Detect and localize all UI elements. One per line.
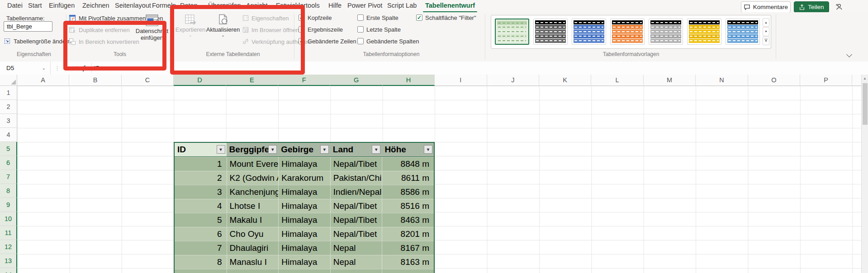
table-cell[interactable]: Himalaya (278, 255, 330, 269)
column-header-G[interactable]: G (330, 75, 382, 86)
name-box-chevron-icon[interactable]: ⌄ (42, 66, 46, 71)
table-header-cell-id[interactable]: ID▾ (175, 143, 227, 156)
table-cell[interactable]: 9 (175, 269, 227, 273)
table-cell[interactable]: Dhaulagiri (227, 241, 279, 255)
table-row[interactable]: 4Lhotse IHimalayaNepal/Tibet8516 m (175, 199, 434, 213)
column-header-A[interactable]: A (17, 75, 69, 86)
vertical-scrollbar[interactable]: ▲ (861, 75, 868, 273)
scroll-up-arrow-icon[interactable]: ▲ (862, 75, 868, 82)
scrollbar-thumb[interactable] (863, 83, 868, 125)
table-header-cell-gebirge[interactable]: Gebirge▾ (278, 143, 330, 156)
table-style-yellow[interactable] (687, 19, 721, 45)
ribbon-tab-hilfe[interactable]: Hilfe (328, 2, 342, 10)
table-row[interactable]: 7DhaulagiriHimalayaNepal8167 m (175, 241, 434, 255)
table-cell[interactable]: Kanchenjunga (227, 185, 279, 199)
table-cell[interactable]: Himalaya (278, 185, 330, 199)
checkbox-erste-spalte[interactable]: Erste Spalte (357, 14, 398, 21)
row-header-7[interactable]: 7 (0, 170, 17, 184)
table-cell[interactable]: Nepal/Tibet (330, 213, 382, 227)
filter-dropdown-button[interactable]: ▾ (217, 145, 225, 154)
checkbox-gebänderte-spalten[interactable]: Gebänderte Spalten (357, 38, 419, 45)
row-header-14[interactable]: 14 (0, 268, 17, 273)
column-header-B[interactable]: B (69, 75, 121, 86)
column-header-F[interactable]: F (278, 75, 330, 86)
column-header-H[interactable]: H (383, 75, 435, 86)
share-button[interactable]: Teilen (794, 1, 829, 13)
table-cell[interactable]: Nepal (330, 241, 382, 255)
table-cell[interactable]: 2 (175, 171, 227, 185)
table-cell[interactable]: Manaslu I (227, 255, 279, 269)
table-cell[interactable]: 8201 m (382, 227, 434, 241)
gallery-more-button[interactable]: ▼ (763, 37, 769, 45)
table-row[interactable]: 3KanchenjungaHimalayaIndien/Nepal8586 m (175, 185, 434, 199)
checkbox-box[interactable] (357, 14, 364, 21)
row-header-12[interactable]: 12 (0, 240, 17, 254)
row-header-5[interactable]: 5 (0, 142, 17, 156)
table-cell[interactable]: 5 (175, 213, 227, 227)
table-cell[interactable]: Himalaya (278, 199, 330, 213)
table-cell[interactable]: 3 (175, 185, 227, 199)
table-row[interactable]: 5Makalu IHimalayaNepal/Tibet8463 m (175, 213, 434, 227)
people-share-icon[interactable] (834, 2, 844, 12)
checkbox-box[interactable] (357, 38, 364, 44)
row-header-13[interactable]: 13 (0, 254, 17, 268)
table-cell[interactable]: Cho Oyu (227, 227, 279, 241)
table-cell[interactable]: 8 (175, 255, 227, 269)
table-header-cell-höhe[interactable]: Höhe▾ (382, 143, 434, 156)
gallery-scroll-down-button[interactable]: ▼ (763, 27, 769, 36)
row-header-6[interactable]: 6 (0, 156, 17, 170)
table-cell[interactable]: 8163 m (382, 255, 434, 269)
table-cell[interactable]: K2 (Godwin Au (227, 171, 279, 185)
table-cell[interactable]: 6 (175, 227, 227, 241)
table-cell[interactable]: Mount Everest (227, 157, 279, 171)
table-cell[interactable]: Himalaya (278, 241, 330, 255)
ribbon-tab-start[interactable]: Start (28, 2, 42, 10)
row-header-2[interactable]: 2 (0, 100, 17, 114)
ribbon-tab-zeichnen[interactable]: Zeichnen (82, 2, 109, 10)
table-cell[interactable]: 8463 m (382, 213, 434, 227)
table-cell[interactable]: 8848 m (382, 157, 434, 171)
table-row[interactable]: 2K2 (Godwin AuKarakorumPakistan/Chin8611… (175, 171, 434, 185)
row-header-1[interactable]: 1 (0, 86, 17, 100)
row-header-10[interactable]: 10 (0, 212, 17, 226)
table-row[interactable]: 9Nanga ParbatHimalayaPakistan8125 m (175, 269, 434, 273)
checkbox-gebänderte-zeilen[interactable]: ✓Gebänderte Zeilen (299, 38, 356, 45)
table-cell[interactable]: 8125 m (382, 269, 434, 273)
table-header-cell-berggipfel[interactable]: Berggipfel▾ (227, 143, 279, 156)
gallery-scroll-up-button[interactable]: ▲ (763, 18, 769, 27)
filter-dropdown-button[interactable]: ▾ (320, 145, 329, 154)
excel-table-tbl-berge[interactable]: ID▾Berggipfel▾Gebirge▾Land▾Höhe▾1Mount E… (174, 142, 435, 273)
table-style-green-selected[interactable] (495, 19, 529, 45)
table-row[interactable]: 6Cho OyuHimalayaNepal/Tibet8201 m (175, 227, 434, 241)
checkbox-box[interactable] (357, 26, 364, 33)
table-cell[interactable]: Himalaya (278, 157, 330, 171)
column-header-P[interactable]: P (800, 75, 852, 86)
column-header-I[interactable]: I (435, 75, 487, 86)
ribbon-tab-script-lab[interactable]: Script Lab (387, 2, 417, 10)
ribbon-tab-seitenlayout[interactable]: Seitenlayout (115, 2, 151, 10)
ribbon-tab-einfuegen[interactable]: Einfügen (49, 2, 75, 10)
table-cell[interactable]: Nepal (330, 255, 382, 269)
table-cell[interactable]: Himalaya (278, 227, 330, 241)
comments-button[interactable]: Kommentare (741, 1, 791, 13)
table-cell[interactable]: Makalu I (227, 213, 279, 227)
column-header-E[interactable]: E (226, 75, 278, 86)
table-cell[interactable]: Nepal/Tibet (330, 227, 382, 241)
table-cell[interactable]: Nepal/Tibet (330, 199, 382, 213)
checkbox-ergebniszeile[interactable]: Ergebniszeile (299, 26, 343, 33)
table-row[interactable]: 1Mount EverestHimalayaNepal/Tibet8848 m (175, 157, 434, 171)
table-cell[interactable]: Lhotse I (227, 199, 279, 213)
select-all-corner[interactable] (0, 75, 17, 86)
column-header-D[interactable]: D (174, 75, 226, 86)
filter-dropdown-button[interactable]: ▾ (372, 145, 380, 154)
table-cell[interactable]: Himalaya (278, 213, 330, 227)
table-cell[interactable]: 7 (175, 241, 227, 255)
table-row[interactable]: 8Manaslu IHimalayaNepal8163 m (175, 255, 434, 269)
filter-dropdown-button[interactable]: ▾ (424, 145, 432, 154)
column-header-K[interactable]: K (539, 75, 591, 86)
table-style-orange[interactable] (610, 19, 645, 45)
table-cell[interactable]: 1 (175, 157, 227, 171)
table-cell[interactable]: 8167 m (382, 241, 434, 255)
filter-dropdown-button[interactable]: ▾ (268, 145, 277, 154)
row-header-9[interactable]: 9 (0, 198, 17, 212)
